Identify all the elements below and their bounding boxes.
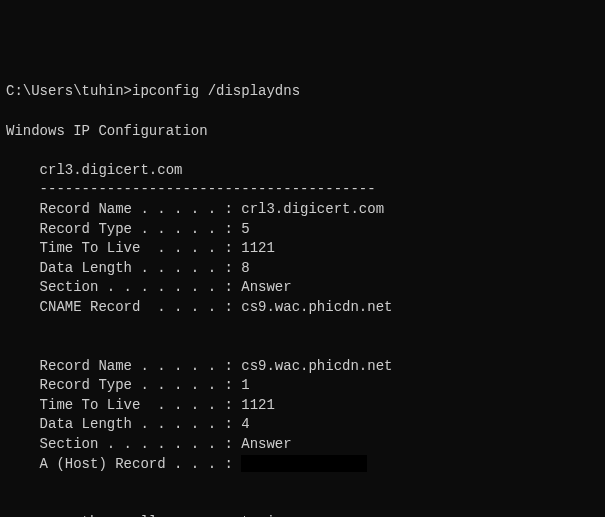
- redacted-value: [241, 455, 367, 472]
- config-header: Windows IP Configuration: [6, 123, 208, 139]
- dns-field-line: Record Name . . . . . : cs9.wac.phicdn.n…: [6, 357, 599, 377]
- dns-field-line: Time To Live . . . . : 1121: [6, 396, 599, 416]
- field-value: 1121: [241, 397, 275, 413]
- header-line: Windows IP Configuration: [6, 122, 599, 142]
- dns-hostname: crl3.digicert.com: [6, 162, 182, 178]
- field-label: Time To Live . . . . :: [6, 239, 241, 259]
- field-value: cs9.wac.phicdn.net: [241, 358, 392, 374]
- field-label: Section . . . . . . . :: [6, 435, 241, 455]
- field-label: Record Type . . . . . :: [6, 376, 241, 396]
- blank-line: [6, 318, 599, 338]
- prompt-path: C:\Users\tuhin>: [6, 83, 132, 99]
- dns-field-line: Record Type . . . . . : 1: [6, 376, 599, 396]
- separator-dashes: ----------------------------------------: [6, 181, 376, 197]
- field-value: 1121: [241, 240, 275, 256]
- field-value: 5: [241, 221, 249, 237]
- terminal-output: C:\Users\tuhin>ipconfig /displaydnsWindo…: [6, 82, 599, 517]
- command-prompt-line: C:\Users\tuhin>ipconfig /displaydns: [6, 82, 599, 102]
- field-label: Record Name . . . . . :: [6, 200, 241, 220]
- field-label: CNAME Record . . . . :: [6, 298, 241, 318]
- command-text: ipconfig /displaydns: [132, 83, 300, 99]
- dns-field-line: Record Name . . . . . : crl3.digicert.co…: [6, 200, 599, 220]
- field-label: A (Host) Record . . . :: [6, 455, 241, 475]
- dns-field-line: Section . . . . . . . : Answer: [6, 435, 599, 455]
- blank-line: [6, 141, 599, 161]
- dns-field-line: Data Length . . . . . : 8: [6, 259, 599, 279]
- field-value: Answer: [241, 279, 291, 295]
- field-value: 8: [241, 260, 249, 276]
- field-label: Time To Live . . . . :: [6, 396, 241, 416]
- blank-line: [6, 337, 599, 357]
- dns-field-line: Data Length . . . . . : 4: [6, 415, 599, 435]
- dns-field-line: Section . . . . . . . : Answer: [6, 278, 599, 298]
- field-label: Data Length . . . . . :: [6, 415, 241, 435]
- field-label: Data Length . . . . . :: [6, 259, 241, 279]
- hostname-line: ms-python.gallery.vsassets.io: [6, 513, 599, 517]
- dns-field-line: CNAME Record . . . . : cs9.wac.phicdn.ne…: [6, 298, 599, 318]
- field-label: Record Type . . . . . :: [6, 220, 241, 240]
- field-value: 4: [241, 416, 249, 432]
- blank-line: [6, 102, 599, 122]
- field-label: Record Name . . . . . :: [6, 357, 241, 377]
- field-label: Section . . . . . . . :: [6, 278, 241, 298]
- field-value: cs9.wac.phicdn.net: [241, 299, 392, 315]
- field-value: Answer: [241, 436, 291, 452]
- blank-line: [6, 494, 599, 514]
- blank-line: [6, 474, 599, 494]
- dns-field-line: A (Host) Record . . . :: [6, 455, 599, 475]
- hostname-line: crl3.digicert.com: [6, 161, 599, 181]
- field-value: 1: [241, 377, 249, 393]
- separator-line: ----------------------------------------: [6, 180, 599, 200]
- field-value: crl3.digicert.com: [241, 201, 384, 217]
- dns-field-line: Record Type . . . . . : 5: [6, 220, 599, 240]
- dns-field-line: Time To Live . . . . : 1121: [6, 239, 599, 259]
